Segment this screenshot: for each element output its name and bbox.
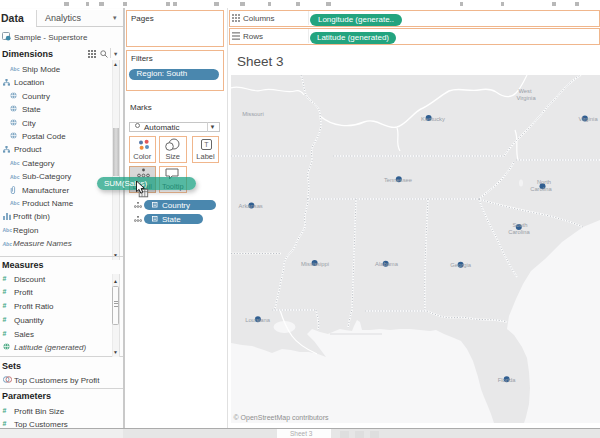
svg-text:Mississippi: Mississippi	[301, 261, 329, 267]
svg-text:Carolina: Carolina	[530, 186, 552, 192]
svg-text:Florida: Florida	[498, 377, 516, 383]
svg-text:Virginia: Virginia	[578, 116, 598, 122]
svg-text:Tennessee: Tennessee	[384, 177, 412, 183]
svg-text:Missouri: Missouri	[242, 111, 264, 117]
svg-text:South: South	[512, 222, 527, 228]
svg-text:T: T	[204, 141, 209, 148]
svg-text:Kentucky: Kentucky	[421, 116, 445, 122]
svg-text:Alabama: Alabama	[375, 261, 399, 267]
svg-text:Louisiana: Louisiana	[245, 317, 271, 323]
svg-text:Carolina: Carolina	[508, 229, 530, 235]
svg-text:Georgia: Georgia	[450, 262, 471, 268]
svg-text:Virginia: Virginia	[516, 95, 536, 101]
svg-text:West: West	[518, 88, 531, 94]
svg-text:North: North	[537, 179, 551, 185]
svg-text:Arkansas: Arkansas	[239, 203, 263, 209]
